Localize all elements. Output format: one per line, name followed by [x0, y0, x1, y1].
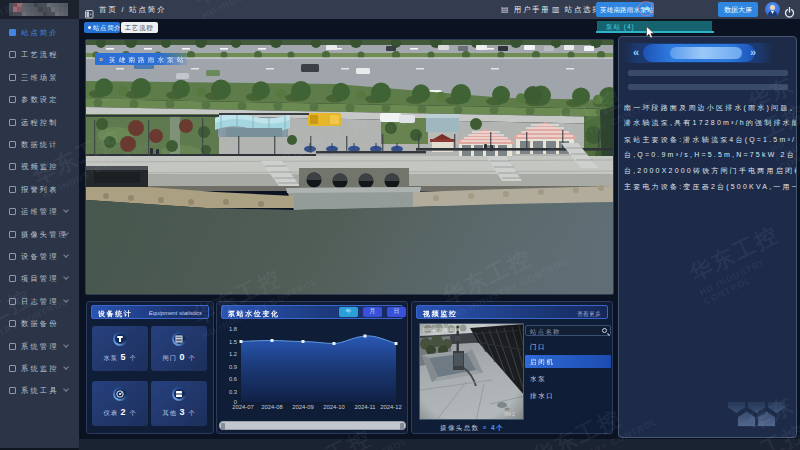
svg-text:2024-07: 2024-07: [232, 404, 253, 410]
svg-text:2024-08: 2024-08: [261, 404, 282, 410]
svg-text:2024-10: 2024-10: [323, 404, 344, 410]
svg-text:0.3: 0.3: [229, 389, 237, 395]
svg-text:2025-07-21 11:32:08: 2025-07-21 11:32:08: [423, 327, 461, 332]
svg-text:0.6: 0.6: [229, 376, 237, 382]
svg-text:0.9: 0.9: [229, 364, 237, 370]
svg-text:1.8: 1.8: [229, 326, 237, 332]
svg-text:2024-11: 2024-11: [355, 404, 376, 410]
svg-text:XM-2: XM-2: [504, 412, 515, 417]
svg-text:1.5: 1.5: [229, 339, 237, 345]
svg-text:1.2: 1.2: [229, 351, 237, 357]
svg-text:2024-12: 2024-12: [380, 404, 401, 410]
svg-text:2024-09: 2024-09: [292, 404, 313, 410]
